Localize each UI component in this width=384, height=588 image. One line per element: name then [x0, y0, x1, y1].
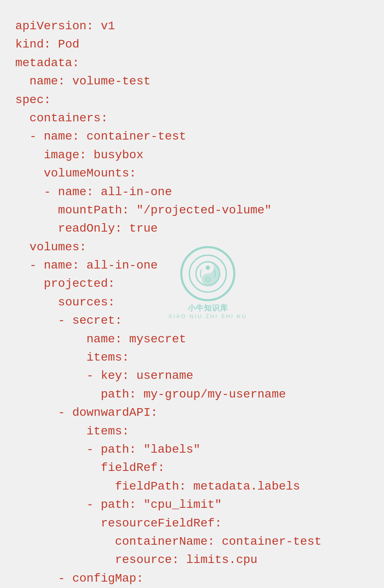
key-kind: kind	[15, 38, 44, 51]
line-13: volumes:	[15, 238, 369, 256]
line-10: - name: all-in-one	[15, 183, 369, 201]
line-18: name: mysecret	[15, 330, 369, 348]
line-14: - name: all-in-one	[15, 256, 369, 274]
line-5: spec:	[15, 91, 369, 109]
line-31: - configMap:	[15, 569, 369, 588]
line-4: name: volume-test	[15, 72, 369, 90]
key-volumes: volumes	[30, 241, 80, 254]
key-secret-name: name	[86, 333, 115, 346]
key-secret: secret	[72, 314, 115, 327]
key-volumeMounts: volumeMounts	[44, 167, 129, 180]
key-readOnly: readOnly	[58, 222, 115, 235]
key-path-1: path	[101, 388, 129, 401]
line-9: volumeMounts:	[15, 164, 369, 182]
key-fieldPath: fieldPath	[115, 480, 179, 493]
line-25: fieldRef:	[15, 459, 369, 477]
key-name: name	[30, 75, 58, 88]
key-mount-name: name	[58, 185, 86, 199]
line-21: path: my-group/my-username	[15, 385, 369, 403]
key-containerName: containerName	[115, 535, 207, 548]
key-items-1: items	[86, 351, 122, 364]
key-fieldRef: fieldRef	[101, 461, 158, 474]
key-container-name: name	[44, 130, 72, 143]
key-spec: spec	[15, 93, 44, 106]
key-resource: resource	[115, 553, 172, 566]
line-12: readOnly: true	[15, 219, 369, 238]
key-apiVersion: apiVersion	[15, 20, 86, 33]
key-volume-name: name	[44, 259, 72, 272]
key-containers: containers	[30, 112, 101, 125]
line-24: - path: "labels"	[15, 440, 369, 459]
line-22: - downwardAPI:	[15, 403, 369, 422]
line-23: items:	[15, 422, 369, 440]
key-sources: sources	[58, 296, 108, 309]
line-6: containers:	[15, 109, 369, 127]
line-26: fieldPath: metadata.labels	[15, 477, 369, 496]
line-11: mountPath: "/projected-volume"	[15, 201, 369, 219]
key-projected: projected	[44, 277, 108, 290]
line-30: resource: limits.cpu	[15, 551, 369, 569]
line-27: - path: "cpu_limit"	[15, 496, 369, 514]
line-20: - key: username	[15, 367, 369, 385]
key-image: image	[44, 148, 79, 162]
line-15: projected:	[15, 274, 369, 293]
key-key-1: key	[101, 369, 122, 382]
line-19: items:	[15, 348, 369, 367]
line-1: apiVersion: v1	[15, 17, 369, 35]
line-2: kind: Pod	[15, 35, 369, 53]
line-17: - secret:	[15, 311, 369, 330]
key-mountPath: mountPath	[58, 204, 122, 217]
line-8: image: busybox	[15, 146, 369, 164]
key-downwardAPI: downwardAPI	[72, 406, 150, 419]
line-29: containerName: container-test	[15, 532, 369, 551]
key-path-3: path	[101, 498, 129, 511]
line-7: - name: container-test	[15, 127, 369, 146]
key-items-2: items	[86, 425, 122, 438]
line-16: sources:	[15, 293, 369, 311]
line-3: metadata:	[15, 54, 369, 72]
key-configMap: configMap	[72, 572, 136, 585]
line-28: resourceFieldRef:	[15, 514, 369, 532]
key-resourceFieldRef: resourceFieldRef	[101, 517, 215, 530]
key-metadata: metadata	[15, 56, 72, 70]
key-path-2: path	[101, 443, 129, 456]
code-block: apiVersion: v1 kind: Pod metadata: name:…	[15, 17, 369, 588]
